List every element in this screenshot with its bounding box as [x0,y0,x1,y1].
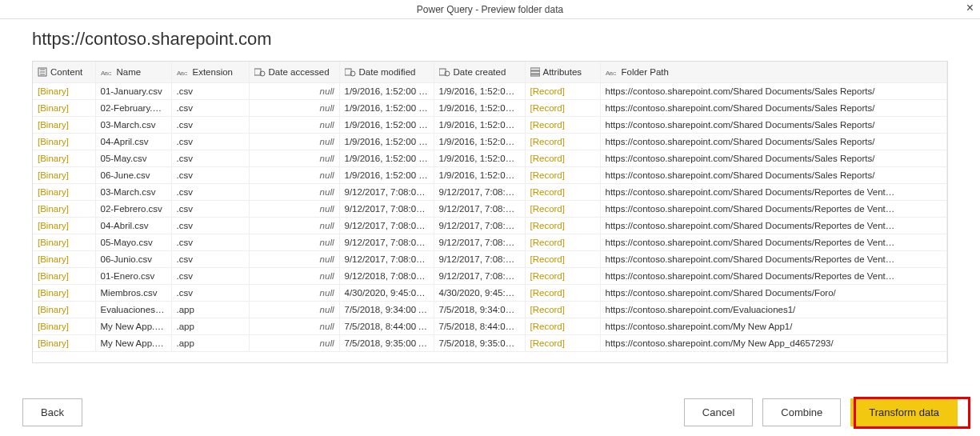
datetime-icon [345,67,356,77]
table-row[interactable]: [Binary]02-Febrero.csv.csvnull9/12/2017,… [33,200,947,217]
col-date-accessed[interactable]: Date accessed [249,62,339,82]
svg-text:C: C [108,71,112,76]
table-row[interactable]: [Binary]Miembros.csv.csvnull4/30/2020, 9… [33,284,947,301]
col-folder-path[interactable]: ABC Folder Path [600,62,947,82]
cancel-button[interactable]: Cancel [684,398,753,426]
svg-rect-17 [530,71,540,74]
text-icon: ABC [606,67,618,77]
text-icon: ABC [177,67,190,77]
transform-data-button[interactable]: Transform data [850,398,958,426]
col-date-created[interactable]: Date created [434,62,525,82]
svg-rect-16 [530,68,540,70]
col-attributes[interactable]: Attributes [525,62,600,82]
svg-text:C: C [184,71,188,76]
table-row[interactable]: [Binary]01-January.csv.csvnull1/9/2016, … [33,82,947,99]
table-row[interactable]: [Binary]05-Mayo.csv.csvnull9/12/2017, 7:… [33,234,947,250]
col-extension[interactable]: ABC Extension [171,62,249,82]
svg-text:C: C [613,71,617,76]
datetime-icon [254,67,266,77]
table-row[interactable]: [Binary]03-March.csv.csvnull9/12/2017, 7… [33,183,947,200]
table-row[interactable]: [Binary]04-April.csv.csvnull1/9/2016, 1:… [33,133,947,150]
table-row[interactable]: [Binary]06-June.csv.csvnull1/9/2016, 1:5… [33,166,947,183]
table-row[interactable]: [Binary]04-Abril.csv.csvnull9/12/2017, 7… [33,217,947,234]
footer: Back Cancel Combine Transform data [0,398,980,426]
text-icon: ABC [101,67,114,77]
data-table: Content ABC Name ABC Extension [32,61,948,363]
table-row[interactable]: [Binary]My New App.app.appnull7/5/2018, … [33,334,947,351]
combine-button[interactable]: Combine [762,398,841,426]
close-icon[interactable]: × [966,2,974,14]
table-row[interactable]: [Binary]02-February.csv.csvnull1/9/2016,… [33,99,947,116]
table-row[interactable]: [Binary]My New App.app.appnull7/5/2018, … [33,318,947,334]
page-url: https://contoso.sharepoint.com [0,19,980,61]
table-row[interactable]: [Binary]05-May.csv.csvnull1/9/2016, 1:52… [33,150,947,166]
binary-icon [38,67,47,77]
col-content[interactable]: Content [33,62,95,82]
datetime-icon [439,67,450,77]
back-button[interactable]: Back [22,398,82,426]
table-row[interactable]: [Binary]Evaluaciones.app.appnull7/5/2018… [33,301,947,318]
col-name[interactable]: ABC Name [95,62,171,82]
table-row[interactable]: [Binary]03-March.csv.csvnull1/9/2016, 1:… [33,116,947,133]
record-icon [530,67,540,77]
svg-rect-18 [530,74,540,76]
table-row[interactable]: [Binary]06-Junio.csv.csvnull9/12/2017, 7… [33,250,947,267]
window-title: Power Query - Preview folder data [417,4,563,15]
col-date-modified[interactable]: Date modified [339,62,434,82]
table-row[interactable]: [Binary]01-Enero.csv.csvnull9/12/2018, 7… [33,267,947,284]
title-bar: Power Query - Preview folder data × [0,0,980,19]
